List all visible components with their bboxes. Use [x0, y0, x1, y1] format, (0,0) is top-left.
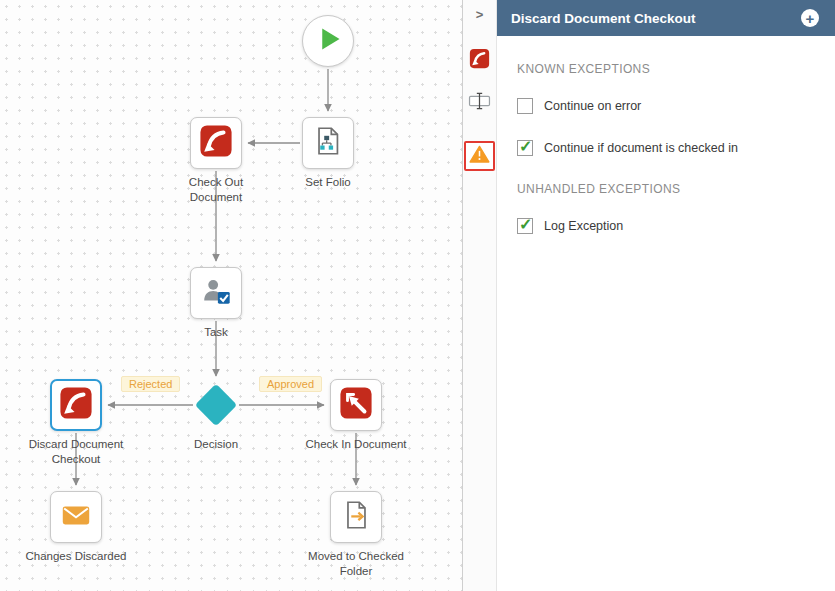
panel-body: KNOWN EXCEPTIONS Continue on error Conti…	[497, 36, 835, 260]
checkbox-label: Log Exception	[544, 219, 623, 233]
node-label: Moved to Checked Folder	[297, 549, 415, 579]
node-label: Changes Discarded	[17, 549, 135, 564]
activity-brand-button[interactable]	[469, 48, 490, 73]
properties-panel: Discard Document Checkout + KNOWN EXCEPT…	[497, 0, 835, 591]
node-decision[interactable]: Decision	[190, 379, 242, 431]
node-label: Discard Document Checkout	[17, 437, 135, 467]
node-check-in-document[interactable]: Check In Document	[330, 379, 382, 431]
node-check-out-document[interactable]: Check Out Document	[190, 117, 242, 169]
check-out-activity-icon	[199, 124, 233, 162]
node-moved-to-checked-folder[interactable]: Moved to Checked Folder	[330, 491, 382, 543]
edge-label-rejected: Rejected	[121, 376, 180, 392]
checkbox-label: Continue on error	[544, 99, 641, 113]
node-changes-discarded[interactable]: Changes Discarded	[50, 491, 102, 543]
folio-document-icon	[311, 124, 345, 162]
warning-triangle-icon	[469, 145, 490, 167]
decision-node-box[interactable]	[190, 379, 242, 431]
checkbox-row-continue-on-error[interactable]: Continue on error	[517, 98, 815, 114]
panel-header: Discard Document Checkout +	[497, 0, 835, 36]
node-start[interactable]	[302, 15, 354, 67]
changes-discarded-node-box[interactable]	[50, 491, 102, 543]
decision-diamond-icon	[195, 384, 237, 426]
continue-if-checked-in-checkbox[interactable]	[517, 140, 533, 156]
edge-label-approved: Approved	[259, 376, 322, 392]
set-folio-node-box[interactable]	[302, 117, 354, 169]
collapse-panel-button[interactable]: >	[476, 7, 484, 22]
node-set-folio[interactable]: Set Folio	[302, 117, 354, 169]
node-label: Decision	[157, 437, 275, 452]
add-exception-button[interactable]: +	[801, 9, 819, 27]
checkbox-label: Continue if document is checked in	[544, 141, 738, 155]
rename-button[interactable]	[468, 91, 491, 115]
node-label: Check In Document	[297, 437, 415, 452]
unhandled-exceptions-heading: UNHANDLED EXCEPTIONS	[517, 182, 815, 196]
check-in-node-box[interactable]	[330, 379, 382, 431]
node-discard-document-checkout[interactable]: Discard Document Checkout	[50, 379, 102, 431]
play-icon	[303, 14, 353, 68]
panel-title: Discard Document Checkout	[511, 11, 801, 26]
checkbox-row-continue-if-checked-in[interactable]: Continue if document is checked in	[517, 140, 815, 156]
document-move-icon	[339, 498, 373, 536]
check-out-node-box[interactable]	[190, 117, 242, 169]
continue-on-error-checkbox[interactable]	[517, 98, 533, 114]
discard-node-box[interactable]	[50, 379, 102, 431]
check-in-activity-icon	[339, 386, 373, 424]
moved-node-box[interactable]	[330, 491, 382, 543]
node-task[interactable]: Task	[190, 267, 242, 319]
rename-text-field-icon	[468, 91, 491, 115]
panel-toolbar: >	[463, 0, 497, 591]
exceptions-tab-button[interactable]	[464, 141, 495, 171]
node-label: Check Out Document	[176, 175, 256, 205]
known-exceptions-heading: KNOWN EXCEPTIONS	[517, 62, 815, 76]
start-node-box[interactable]	[302, 15, 354, 67]
task-person-icon	[199, 274, 233, 312]
node-label: Set Folio	[269, 175, 387, 190]
discard-checkout-activity-icon	[59, 386, 93, 424]
checkbox-row-log-exception[interactable]: Log Exception	[517, 218, 815, 234]
node-label: Task	[157, 325, 275, 340]
task-node-box[interactable]	[190, 267, 242, 319]
workflow-designer: Rejected Approved	[0, 0, 835, 591]
activity-brand-icon	[469, 48, 490, 73]
envelope-icon	[59, 498, 93, 536]
log-exception-checkbox[interactable]	[517, 218, 533, 234]
workflow-canvas[interactable]: Rejected Approved	[0, 0, 463, 591]
